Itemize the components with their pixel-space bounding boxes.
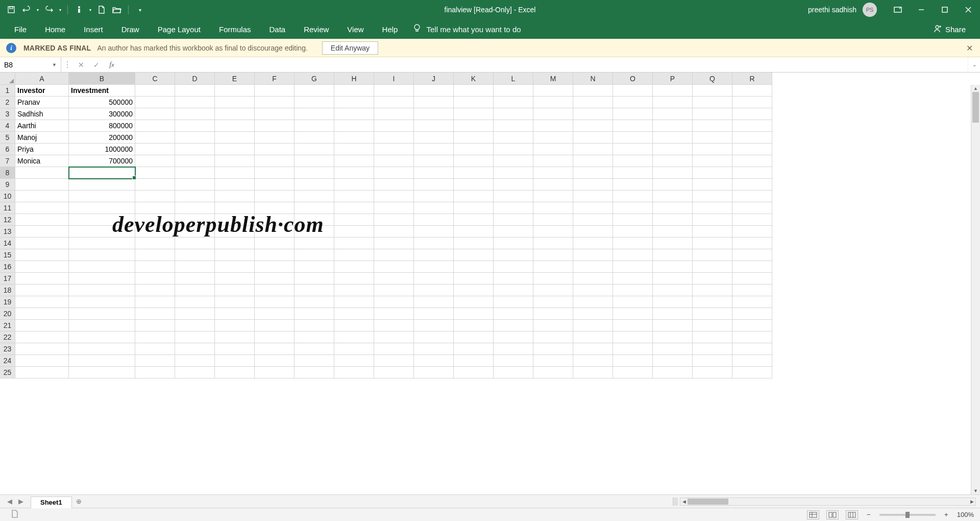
cell-P3[interactable] bbox=[653, 108, 693, 120]
worksheet-grid[interactable]: ABCDEFGHIJKLMNOPQR1InvestorInvestment2Pr… bbox=[0, 73, 980, 494]
cell-B3[interactable]: 300000 bbox=[69, 108, 135, 120]
cell-F13[interactable] bbox=[255, 226, 295, 238]
cell-Q23[interactable] bbox=[693, 343, 732, 355]
cell-D13[interactable] bbox=[175, 226, 215, 238]
cell-E21[interactable] bbox=[215, 320, 255, 331]
cell-G15[interactable] bbox=[295, 249, 334, 261]
cell-M21[interactable] bbox=[533, 320, 573, 331]
tab-help[interactable]: Help bbox=[373, 19, 407, 39]
cell-C19[interactable] bbox=[135, 296, 175, 308]
cell-K4[interactable] bbox=[454, 120, 494, 132]
cell-I24[interactable] bbox=[374, 355, 414, 367]
cell-O13[interactable] bbox=[613, 226, 653, 238]
cell-K2[interactable] bbox=[454, 97, 494, 108]
cell-M10[interactable] bbox=[533, 191, 573, 202]
cell-H16[interactable] bbox=[334, 261, 374, 273]
scroll-up-icon[interactable]: ▲ bbox=[971, 85, 980, 92]
cell-B4[interactable]: 800000 bbox=[69, 120, 135, 132]
cell-J12[interactable] bbox=[414, 214, 454, 226]
cell-F12[interactable] bbox=[255, 214, 295, 226]
cell-F18[interactable] bbox=[255, 285, 295, 296]
column-header-B[interactable]: B bbox=[69, 73, 135, 85]
cell-I3[interactable] bbox=[374, 108, 414, 120]
cell-R12[interactable] bbox=[732, 214, 772, 226]
share-button[interactable]: Share bbox=[933, 25, 975, 34]
cell-E13[interactable] bbox=[215, 226, 255, 238]
cell-F19[interactable] bbox=[255, 296, 295, 308]
cell-J25[interactable] bbox=[414, 367, 454, 378]
zoom-slider[interactable] bbox=[879, 514, 936, 516]
cell-R25[interactable] bbox=[732, 367, 772, 378]
cell-P13[interactable] bbox=[653, 226, 693, 238]
zoom-level[interactable]: 100% bbox=[957, 511, 974, 518]
cell-N23[interactable] bbox=[573, 343, 613, 355]
cell-L19[interactable] bbox=[494, 296, 533, 308]
horizontal-scrollbar[interactable]: ◀ ▶ bbox=[680, 498, 976, 506]
cell-D6[interactable] bbox=[175, 144, 215, 155]
cell-G6[interactable] bbox=[295, 144, 334, 155]
cell-I22[interactable] bbox=[374, 331, 414, 343]
select-all-cell[interactable] bbox=[0, 73, 15, 85]
cell-P10[interactable] bbox=[653, 191, 693, 202]
cell-F9[interactable] bbox=[255, 179, 295, 191]
cell-L23[interactable] bbox=[494, 343, 533, 355]
cell-A22[interactable] bbox=[15, 331, 69, 343]
cell-H5[interactable] bbox=[334, 132, 374, 144]
cell-Q17[interactable] bbox=[693, 273, 732, 285]
cell-G20[interactable] bbox=[295, 308, 334, 320]
tab-insert[interactable]: Insert bbox=[75, 19, 112, 39]
cell-P19[interactable] bbox=[653, 296, 693, 308]
cell-P25[interactable] bbox=[653, 367, 693, 378]
touch-dropdown-icon[interactable]: ▾ bbox=[89, 8, 91, 12]
cell-L22[interactable] bbox=[494, 331, 533, 343]
cell-A2[interactable]: Pranav bbox=[15, 97, 69, 108]
cell-J14[interactable] bbox=[414, 238, 454, 249]
cell-L3[interactable] bbox=[494, 108, 533, 120]
cell-R20[interactable] bbox=[732, 308, 772, 320]
cell-A5[interactable]: Manoj bbox=[15, 132, 69, 144]
row-header-15[interactable]: 15 bbox=[0, 249, 15, 261]
cell-R21[interactable] bbox=[732, 320, 772, 331]
cell-A7[interactable]: Monica bbox=[15, 155, 69, 167]
column-header-G[interactable]: G bbox=[295, 73, 334, 85]
cell-M9[interactable] bbox=[533, 179, 573, 191]
name-box-dropdown-icon[interactable]: ▼ bbox=[52, 62, 57, 67]
cell-A20[interactable] bbox=[15, 308, 69, 320]
cell-Q2[interactable] bbox=[693, 97, 732, 108]
cell-Q13[interactable] bbox=[693, 226, 732, 238]
cell-E17[interactable] bbox=[215, 273, 255, 285]
cell-G3[interactable] bbox=[295, 108, 334, 120]
cell-M17[interactable] bbox=[533, 273, 573, 285]
cell-I20[interactable] bbox=[374, 308, 414, 320]
cell-J1[interactable] bbox=[414, 85, 454, 97]
new-sheet-icon[interactable]: ⊕ bbox=[72, 495, 86, 508]
cell-R2[interactable] bbox=[732, 97, 772, 108]
row-header-25[interactable]: 25 bbox=[0, 367, 15, 378]
cell-D20[interactable] bbox=[175, 308, 215, 320]
cell-D19[interactable] bbox=[175, 296, 215, 308]
cell-B11[interactable] bbox=[69, 202, 135, 214]
cell-I21[interactable] bbox=[374, 320, 414, 331]
cell-I12[interactable] bbox=[374, 214, 414, 226]
cell-L25[interactable] bbox=[494, 367, 533, 378]
cell-D24[interactable] bbox=[175, 355, 215, 367]
row-header-18[interactable]: 18 bbox=[0, 285, 15, 296]
sheet-nav-next-icon[interactable]: ▶ bbox=[15, 498, 27, 505]
cell-E22[interactable] bbox=[215, 331, 255, 343]
cell-O17[interactable] bbox=[613, 273, 653, 285]
cell-J2[interactable] bbox=[414, 97, 454, 108]
cell-R18[interactable] bbox=[732, 285, 772, 296]
cell-O7[interactable] bbox=[613, 155, 653, 167]
cell-I14[interactable] bbox=[374, 238, 414, 249]
row-header-16[interactable]: 16 bbox=[0, 261, 15, 273]
cell-O8[interactable] bbox=[613, 167, 653, 179]
cell-J6[interactable] bbox=[414, 144, 454, 155]
cell-Q25[interactable] bbox=[693, 367, 732, 378]
cell-O14[interactable] bbox=[613, 238, 653, 249]
cell-J8[interactable] bbox=[414, 167, 454, 179]
cell-R6[interactable] bbox=[732, 144, 772, 155]
cell-R17[interactable] bbox=[732, 273, 772, 285]
cell-B8[interactable] bbox=[69, 167, 135, 179]
cell-K3[interactable] bbox=[454, 108, 494, 120]
cell-A1[interactable]: Investor bbox=[15, 85, 69, 97]
